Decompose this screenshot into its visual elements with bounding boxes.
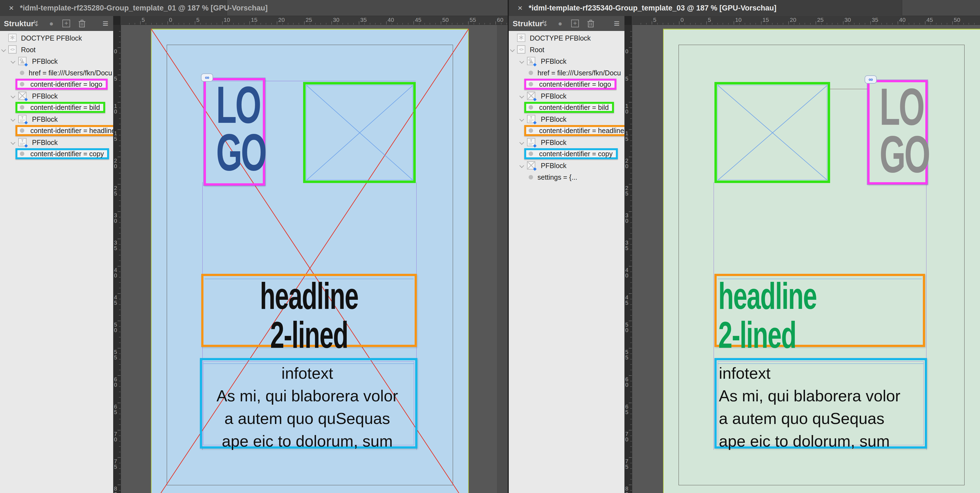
panel-menu-icon[interactable]: ≡ — [611, 17, 622, 29]
tree-row-doctype[interactable]: ∗DOCTYPE PFBlock — [0, 32, 113, 44]
tree-row-root[interactable]: <>Root — [0, 44, 113, 56]
doctype-node-icon[interactable]: ∗ — [8, 34, 17, 42]
ruler-label: 35 — [872, 17, 878, 23]
record-icon[interactable]: ● — [46, 18, 56, 29]
text-node-icon[interactable]: T — [527, 138, 535, 146]
expander-chevron-icon[interactable] — [11, 59, 15, 63]
ruler-tick — [756, 23, 756, 25]
tree-row-pfblock[interactable]: PFBlock — [0, 56, 113, 67]
tree-row-pfblock[interactable]: PFBlock — [0, 90, 113, 102]
lightning-icon[interactable]: ↯ — [540, 18, 550, 29]
ruler-tick — [446, 23, 447, 25]
ruler-label: 65 — [114, 404, 118, 415]
attribute-highlight-box[interactable]: content-identifier = headline — [524, 125, 624, 136]
attribute-highlight-box[interactable]: content-identifier = logo — [524, 79, 616, 90]
image-placeholder-frame[interactable] — [303, 82, 416, 183]
infotext-frame[interactable]: infotextAs mi, qui blaborera volora aute… — [200, 358, 417, 448]
record-icon[interactable]: ● — [555, 18, 565, 29]
image-node-icon[interactable] — [18, 57, 27, 65]
tree-row-pfblock[interactable]: TPFBlock — [0, 113, 113, 125]
expander-chevron-icon[interactable] — [520, 59, 524, 63]
root-glyph: <> — [9, 46, 16, 53]
ruler-label: 70 — [114, 431, 118, 442]
add-node-icon[interactable]: + — [571, 20, 579, 27]
ruler-tick — [119, 168, 121, 168]
attribute-highlight-box[interactable]: content-identifier = headline — [16, 125, 113, 136]
headline-frame[interactable]: headline2-lined — [714, 274, 925, 347]
ruler-tick — [629, 375, 632, 376]
ruler-digit: 5 — [625, 76, 629, 81]
expander-chevron-icon[interactable] — [520, 117, 524, 121]
tree-row-pfblock[interactable]: TPFBlock — [509, 113, 624, 125]
text-node-icon[interactable]: T — [18, 115, 27, 123]
ruler-origin-corner[interactable] — [113, 16, 121, 25]
tree-row-doctype[interactable]: ∗DOCTYPE PFBlock — [509, 32, 624, 44]
tree-row-content-identifier[interactable]: content-identifier = logo — [0, 79, 113, 90]
link-badge-icon[interactable]: ∞ — [201, 73, 213, 82]
scrollbar-track[interactable] — [497, 25, 508, 493]
document-tab[interactable]: ×*idml-template-rf235340-Group_template_… — [509, 0, 902, 16]
attribute-highlight-box[interactable]: content-identifier = copy — [524, 148, 618, 159]
expander-chevron-icon[interactable] — [11, 140, 15, 145]
add-node-icon[interactable]: + — [62, 20, 70, 27]
lightning-icon[interactable]: ↯ — [31, 18, 41, 29]
expander-chevron-icon[interactable] — [511, 48, 514, 52]
logo-line: LO — [880, 83, 915, 130]
tree-row-href[interactable]: href = file:///Users/fkn/Docu — [0, 67, 113, 79]
tree-row-content-identifier[interactable]: content-identifier = copy — [509, 148, 624, 160]
vertical-ruler[interactable]: 05101520253035404550556065707580 — [113, 25, 121, 493]
tree-row-content-identifier[interactable]: content-identifier = logo — [509, 79, 624, 90]
document-tab[interactable]: ×*idml-template-rf235280-Group_template_… — [0, 0, 227, 16]
tree-row-pfblock[interactable]: PFBlock — [509, 56, 624, 67]
tree-node-label: PFBlock — [32, 115, 58, 123]
trash-icon[interactable] — [78, 19, 86, 28]
ruler-digit: 3 — [114, 213, 118, 218]
tab-close-icon[interactable]: × — [515, 3, 525, 13]
logo-frame[interactable]: LOGO — [204, 78, 265, 186]
text-node-icon[interactable]: T — [527, 115, 535, 123]
expander-chevron-icon[interactable] — [11, 117, 15, 121]
attribute-highlight-box[interactable]: content-identifier = bild — [524, 102, 614, 113]
trash-icon[interactable] — [587, 19, 595, 28]
image-empty-node-icon[interactable] — [527, 161, 535, 170]
tree-row-content-identifier[interactable]: content-identifier = headline — [509, 125, 624, 137]
image-placeholder-frame[interactable] — [714, 82, 830, 183]
tree-row-content-identifier[interactable]: content-identifier = copy — [0, 148, 113, 160]
expander-chevron-icon[interactable] — [520, 164, 524, 167]
headline-frame[interactable]: headline2-lined — [201, 274, 417, 347]
tree-row-settings[interactable]: settings = {... — [509, 172, 624, 183]
tree-row-pfblock[interactable]: TPFBlock — [0, 137, 113, 148]
tree-row-root[interactable]: <>Root — [509, 44, 624, 56]
attribute-highlight-box[interactable]: content-identifier = copy — [16, 148, 109, 159]
attribute-highlight-box[interactable]: content-identifier = bild — [16, 102, 105, 113]
infotext-frame[interactable]: infotextAs mi, qui blaborera volora aute… — [714, 358, 927, 448]
panel-menu-icon[interactable]: ≡ — [100, 17, 111, 29]
expander-chevron-icon[interactable] — [11, 94, 15, 98]
root-node-icon[interactable]: <> — [8, 45, 17, 54]
link-badge-icon[interactable]: ∞ — [865, 75, 877, 84]
tree-row-href[interactable]: href = file:///Users/fkn/Docu — [509, 67, 624, 79]
tree-row-content-identifier[interactable]: content-identifier = bild — [0, 102, 113, 113]
root-node-icon[interactable]: <> — [517, 45, 525, 54]
ruler-origin-corner[interactable] — [624, 16, 632, 25]
horizontal-ruler[interactable]: 505101520253035404550 — [632, 16, 980, 25]
attribute-highlight-box[interactable]: content-identifier = logo — [16, 79, 108, 90]
logo-frame[interactable]: LOGO — [867, 80, 928, 184]
tree-row-content-identifier[interactable]: content-identifier = headline — [0, 125, 113, 137]
vertical-ruler[interactable]: 05101520253035404550556065707580 — [624, 25, 632, 493]
doctype-node-icon[interactable]: ∗ — [517, 34, 525, 42]
tree-row-pfblock[interactable]: TPFBlock — [509, 137, 624, 148]
tree-row-content-identifier[interactable]: content-identifier = bild — [509, 102, 624, 113]
image-node-icon[interactable] — [527, 57, 535, 65]
tab-close-icon[interactable]: × — [6, 3, 16, 13]
tree-row-pfblock[interactable]: PFBlock — [509, 90, 624, 102]
image-empty-node-icon[interactable] — [18, 92, 27, 100]
text-node-icon[interactable]: T — [18, 138, 27, 146]
expander-chevron-icon[interactable] — [520, 94, 524, 98]
image-empty-node-icon[interactable] — [527, 92, 535, 100]
tree-row-pfblock[interactable]: PFBlock — [509, 160, 624, 172]
expander-chevron-icon[interactable] — [520, 140, 524, 145]
structure-tree: ∗DOCTYPE PFBlock<>RootPFBlockhref = file… — [509, 31, 624, 493]
expander-chevron-icon[interactable] — [2, 48, 6, 52]
horizontal-ruler[interactable]: 5051015202530354045505560 — [121, 16, 508, 25]
